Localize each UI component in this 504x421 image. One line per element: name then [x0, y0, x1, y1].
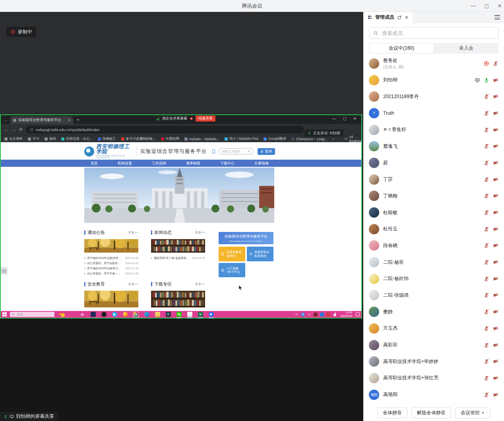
bookmark-item[interactable]: 中国知网	[161, 137, 179, 141]
download-more-link[interactable]: 更多++	[195, 282, 205, 286]
taskbar-search-input[interactable]	[16, 312, 48, 317]
camera-off-icon[interactable]	[493, 226, 498, 232]
mic-muted-icon[interactable]	[484, 193, 489, 199]
mic-muted-icon[interactable]	[484, 243, 489, 248]
close-button[interactable]: ✕	[498, 4, 502, 8]
member-row[interactable]: 刘恒楷	[369, 72, 498, 89]
tray-icon[interactable]: 0	[301, 313, 305, 317]
bookmark-item[interactable]: 接码	[45, 137, 56, 141]
member-row[interactable]: ✕々章鱼轩	[369, 122, 498, 138]
camera-off-icon[interactable]	[493, 143, 498, 149]
mic-muted-icon[interactable]	[493, 61, 498, 66]
news-more-link[interactable]: 更多++	[195, 230, 205, 235]
member-row[interactable]: 蔡逸飞	[369, 138, 498, 154]
bookmark-item[interactable]: Champions – Leag...	[291, 137, 327, 141]
bookmark-item[interactable]: 玩转仪器：办公...	[61, 137, 93, 141]
member-row[interactable]: 杜聪敏	[369, 204, 498, 221]
mic-muted-icon[interactable]	[484, 143, 489, 149]
bookmark-item[interactable]: 论文资料	[4, 137, 23, 141]
mic-muted-icon[interactable]	[484, 359, 489, 364]
notice-item[interactable]: 办公室通知：关于开展一年一度实... 2023-12-08	[84, 271, 138, 276]
mic-muted-icon[interactable]	[484, 226, 489, 232]
nav-item[interactable]: 机构设置	[118, 161, 132, 166]
member-search-box[interactable]	[369, 27, 498, 39]
stop-share-button[interactable]: 结束共享	[196, 116, 215, 122]
minimize-button[interactable]: —	[471, 4, 476, 8]
taskbar-app-icon[interactable]: ▤	[80, 312, 85, 317]
camera-off-icon[interactable]	[493, 309, 498, 315]
member-row[interactable]: 杜玲玉	[369, 221, 498, 238]
bookmark-item[interactable]: 简介 | MyBatis-Plus	[225, 137, 259, 141]
nav-item[interactable]: 工作流程	[152, 161, 166, 166]
popout-icon[interactable]	[397, 15, 402, 20]
camera-off-icon[interactable]	[493, 326, 498, 331]
tray-icon[interactable]: C	[295, 313, 299, 317]
mic-on-icon[interactable]	[484, 77, 489, 83]
panel-menu-icon[interactable]	[494, 15, 500, 19]
member-row[interactable]: 方玉杰	[369, 320, 498, 337]
safety-more-link[interactable]: 更多++	[128, 282, 138, 286]
mic-muted-icon[interactable]	[484, 375, 489, 381]
member-row[interactable]: 段春晓	[369, 238, 498, 254]
taskbar-app[interactable]: T	[165, 311, 171, 318]
taskbar-app-icon[interactable]	[134, 312, 139, 317]
member-row[interactable]: 超	[369, 154, 498, 171]
camera-off-icon[interactable]	[493, 160, 498, 166]
notice-item[interactable]: 关于做好2024年实验室工作计划申... 2023-12-18	[84, 266, 138, 271]
taskbar-app-icon[interactable]	[187, 312, 192, 317]
camera-off-icon[interactable]	[493, 342, 498, 348]
forward-button[interactable]: →	[12, 127, 16, 132]
action-center-icon[interactable]	[356, 313, 360, 316]
taskbar-app-icon[interactable]	[91, 312, 96, 317]
member-search-input[interactable]	[381, 30, 494, 37]
taskbar-app[interactable]: X	[197, 311, 204, 318]
weather-widget-icon[interactable]	[58, 312, 66, 317]
news-item[interactable]: 我校荣获“第二届”全国高校实验室安... 2024-04-30	[151, 255, 205, 261]
camera-off-icon[interactable]	[493, 375, 498, 381]
member-row[interactable]: 高等职业技术学院+张红亮	[369, 370, 498, 386]
camera-off-icon[interactable]	[493, 292, 498, 298]
notice-item[interactable]: 关于做好2024年实验室安全检查工... 2024-04-30	[84, 255, 138, 261]
mic-muted-icon[interactable]	[484, 276, 489, 282]
taskbar-app-icon[interactable]	[209, 312, 214, 317]
notice-more-link[interactable]: 更多++	[128, 230, 138, 235]
taskbar-app[interactable]	[154, 311, 161, 318]
taskbar-app[interactable]	[176, 311, 182, 318]
taskbar-app[interactable]: ▶	[111, 311, 118, 318]
camera-off-icon[interactable]	[493, 110, 498, 116]
camera-off-icon[interactable]	[493, 127, 498, 133]
camera-off-icon[interactable]	[493, 276, 498, 282]
browser-maximize-button[interactable]: ▢	[343, 116, 346, 121]
member-row[interactable]: T Truth	[369, 105, 498, 122]
repair-tile[interactable]: 仪器设备报修登记	[219, 247, 245, 261]
taskbar-app-icon[interactable]: ▶	[112, 312, 117, 317]
mic-muted-icon[interactable]	[484, 292, 489, 298]
tray-icon[interactable]: ▟	[333, 313, 337, 317]
tray-icon[interactable]	[326, 313, 330, 317]
taskbar-app[interactable]	[90, 311, 96, 318]
all-bookmarks-button[interactable]: All Bookmarks	[345, 135, 361, 142]
mic-muted-icon[interactable]	[484, 110, 489, 116]
tab-in-meeting[interactable]: 会议中(160)	[369, 43, 434, 54]
taskbar-clock[interactable]: 14:44 2024/9/10	[341, 311, 352, 317]
nav-item[interactable]: 办事指南	[254, 161, 269, 166]
site-search-input[interactable]	[221, 149, 246, 154]
taskbar-app-icon[interactable]	[101, 312, 107, 317]
ai-platform-tile[interactable]: 人工智能+学习平台	[219, 263, 245, 277]
camera-off-icon[interactable]	[493, 359, 498, 364]
taskbar-app-icon[interactable]	[155, 312, 160, 317]
camera-off-icon[interactable]	[493, 177, 498, 182]
browser-tab[interactable]: 实验室综合管理与服务平台 ×	[10, 116, 73, 124]
bookmark-item[interactable]: Google翻译	[264, 137, 286, 141]
address-bar[interactable]: mdsysgl.mdit.edu.cn/sys/default/index	[26, 126, 304, 133]
member-row[interactable]: 二院-杨菲	[369, 254, 498, 270]
taskbar-app[interactable]	[186, 311, 193, 318]
taskbar-app[interactable]	[101, 311, 107, 318]
panel-close-icon[interactable]: ✕	[405, 15, 409, 20]
member-row[interactable]: 高等职业技术学院+毕婷婷	[369, 353, 498, 370]
taskbar-app[interactable]	[133, 311, 139, 318]
mic-muted-icon[interactable]	[484, 160, 489, 166]
browser-minimize-button[interactable]: —	[332, 116, 336, 121]
member-row[interactable]: 旭阳 高旭阳	[369, 386, 498, 403]
member-row[interactable]: 丁莎	[369, 171, 498, 188]
